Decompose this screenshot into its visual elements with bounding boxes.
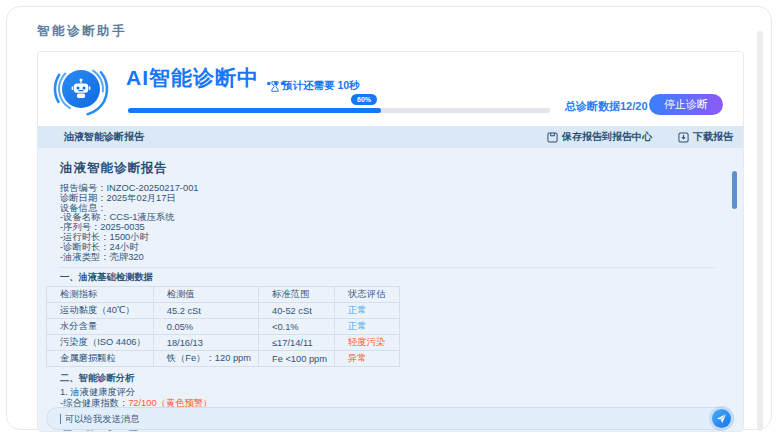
download-report-label: 下载报告 [693, 130, 733, 144]
save-report-icon [547, 132, 558, 143]
diagnosis-panel: AI智能诊断中 ... 预计还需要 10秒 60% 总诊断数据12/20 停止诊… [37, 51, 744, 432]
analysis-line: 1. 油液健康度评分 [60, 387, 723, 398]
report-meta-line: -诊断时长：24小时 [60, 243, 723, 253]
total-data-label: 总诊断数据12/20 [565, 99, 648, 114]
cell-indicator: 金属磨损颗粒 [47, 351, 154, 367]
download-icon [678, 132, 689, 143]
cell-range: 40-52 cSt [258, 303, 334, 319]
separator [60, 267, 715, 268]
download-report-button[interactable]: 下载报告 [678, 130, 733, 144]
toolbar-actions: 保存报告到报告中心 下载报告 [547, 130, 733, 144]
report-meta-line: 诊断日期：2025年02月17日 [60, 194, 723, 204]
cell-value: 铁（Fe）：120 ppm [153, 351, 258, 367]
status-badge: 正常 [335, 319, 400, 335]
section1-title: 一、油液基础检测数据 [60, 272, 723, 283]
message-input[interactable] [47, 408, 733, 429]
status-badge: 异常 [335, 351, 400, 367]
report-meta-line: -运行时长：1500小时 [60, 233, 723, 243]
page-title: 智能诊断助手 [37, 23, 127, 40]
report-toolbar: 油液智能诊断报告 保存报告到报告中心 下载报告 [38, 126, 743, 148]
cell-value: 0.05% [153, 319, 258, 335]
robot-icon [62, 70, 100, 108]
detection-table: 检测指标 检测值 标准范围 状态评估 运动黏度（40℃） 45.2 cSt 40… [46, 286, 400, 367]
table-row: 金属磨损颗粒 铁（Fe）：120 ppm Fe <100 ppm 异常 [47, 351, 400, 367]
cell-range: <0.1% [258, 319, 334, 335]
report-meta-line: -油液类型：壳牌320 [60, 253, 723, 263]
report-content: 油液智能诊断报告 报告编号：INZOC-20250217-001 诊断日期：20… [38, 148, 743, 432]
table-row: 水分含量 0.05% <0.1% 正常 [47, 319, 400, 335]
eta-text-row: 预计还需要 10秒 [271, 79, 360, 93]
table-row: 污染度（ISO 4406） 18/16/13 ≤17/14/11 轻度污染 [47, 335, 400, 351]
status-badge: 正常 [335, 303, 400, 319]
cell-value: 45.2 cSt [153, 303, 258, 319]
dialog-card: 智能诊断助手 [6, 6, 772, 430]
report-title: 油液智能诊断报告 [60, 160, 723, 177]
report-meta-line: -设备名称：CCS-1液压系统 [60, 213, 723, 223]
table-row: 运动黏度（40℃） 45.2 cSt 40-52 cSt 正常 [47, 303, 400, 319]
cell-range: Fe <100 ppm [258, 351, 334, 367]
report-tab[interactable]: 油液智能诊断报告 [64, 130, 144, 144]
col-header-range: 标准范围 [258, 287, 334, 303]
col-header-indicator: 检测指标 [47, 287, 154, 303]
save-report-label: 保存报告到报告中心 [562, 130, 652, 144]
col-header-value: 检测值 [153, 287, 258, 303]
diagnosing-title: AI智能诊断中 ... [126, 64, 286, 92]
robot-avatar [52, 60, 110, 118]
save-report-button[interactable]: 保存报告到报告中心 [547, 130, 652, 144]
cell-value: 18/16/13 [153, 335, 258, 351]
eta-label: 预计还需要 10秒 [282, 79, 360, 93]
content-scrollbar[interactable] [732, 171, 737, 209]
cell-range: ≤17/14/11 [258, 335, 334, 351]
send-button[interactable] [712, 409, 731, 428]
window-scrollbar-track[interactable] [757, 31, 763, 431]
section2-title: 二、智能诊断分析 [60, 373, 723, 384]
report-meta-line: -序列号：2025-0035 [60, 223, 723, 233]
cell-indicator: 运动黏度（40℃） [47, 303, 154, 319]
diagnosis-header: AI智能诊断中 ... 预计还需要 10秒 60% 总诊断数据12/20 停止诊… [38, 52, 743, 126]
table-header-row: 检测指标 检测值 标准范围 状态评估 [47, 287, 400, 303]
progress-bar [128, 108, 550, 113]
hourglass-icon [271, 81, 279, 92]
cell-indicator: 污染度（ISO 4406） [47, 335, 154, 351]
cell-indicator: 水分含量 [47, 319, 154, 335]
send-icon [716, 413, 727, 424]
col-header-status: 状态评估 [335, 287, 400, 303]
status-badge: 轻度污染 [335, 335, 400, 351]
progress-percent-badge: 60% [351, 94, 377, 105]
progress-fill [128, 108, 381, 113]
stop-diagnosis-button[interactable]: 停止诊断 [649, 94, 723, 115]
message-input-bar [46, 407, 734, 430]
